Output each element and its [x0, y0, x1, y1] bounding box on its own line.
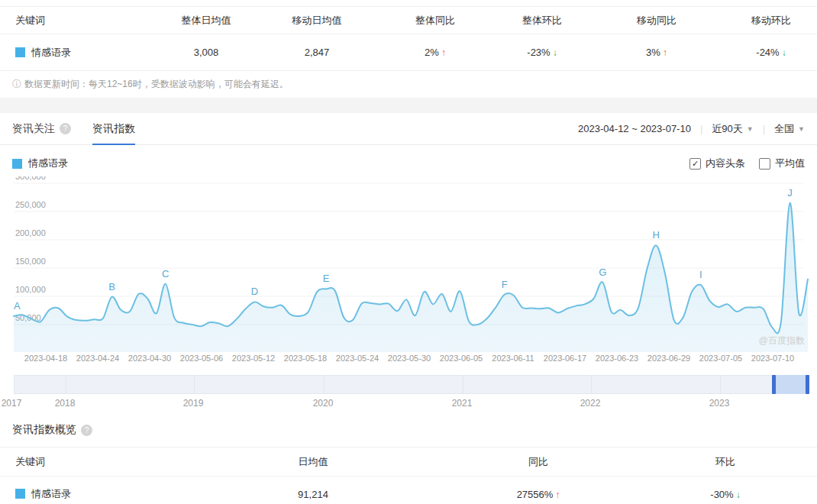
tab-label: 资讯关注 [12, 122, 55, 136]
slider-selection[interactable] [774, 375, 807, 394]
svg-text:H: H [653, 229, 660, 241]
keyword-color-swatch [15, 47, 25, 57]
x-axis-label: 2023-06-23 [596, 354, 638, 363]
info-icon: ⓘ [12, 79, 21, 89]
trend-value: 2% [425, 47, 439, 58]
svg-text:J: J [787, 187, 793, 199]
chevron-down-icon: ▼ [798, 125, 805, 133]
arrow-down-icon: ↓ [736, 489, 741, 500]
mobile-daily-avg-value: 2,847 [260, 34, 374, 71]
keyword-label: 情感语录 [31, 47, 71, 58]
legend-keyword: 情感语录 [12, 157, 68, 170]
x-axis-label: 2023-04-24 [76, 354, 119, 363]
col-overall-yoy: 整体同比 [374, 7, 496, 34]
tab-news-focus[interactable]: 资讯关注? [12, 113, 71, 144]
daily-avg-value: 91,214 [183, 477, 443, 504]
col-mobile-yoy: 移动同比 [588, 7, 725, 34]
overview-table: 关键词 日均值 同比 环比 情感语录 91,214 27556%↑ -30%↓ [0, 447, 817, 504]
mobile-mom-value: -24%↓ [725, 34, 817, 71]
x-axis-label: 2023-05-06 [180, 354, 223, 363]
slider-tick [66, 376, 66, 393]
col-yoy: 同比 [443, 447, 634, 477]
legend-checkboxes: ✓内容头条平均值 [689, 157, 805, 170]
svg-text:250,000: 250,000 [15, 200, 46, 209]
x-axis-label: 2023-05-30 [388, 354, 431, 363]
summary-header-row: 关键词 整体日均值 移动日均值 整体同比 整体环比 移动同比 移动环比 [0, 7, 817, 34]
col-overall-mom: 整体环比 [496, 7, 588, 34]
arrow-down-icon: ↓ [553, 47, 557, 58]
slider-tick [591, 376, 592, 393]
yoy-value: 27556%↑ [443, 477, 634, 504]
trend-chart: 50,000100,000150,000200,000250,000300,00… [0, 176, 817, 352]
year-label: 2023 [709, 398, 730, 409]
timeline-slider [0, 375, 817, 394]
keyword-color-swatch [12, 159, 22, 169]
arrow-down-icon: ↓ [782, 47, 786, 58]
col-keyword: 关键词 [0, 447, 183, 477]
svg-text:D: D [251, 286, 258, 297]
overall-yoy-value: 2%↑ [374, 34, 496, 71]
baidu-index-watermark: @百度指数 [759, 334, 805, 347]
mom-value: -30%↓ [634, 477, 817, 504]
trend-value: -24% [756, 47, 779, 58]
col-mobile-mom: 移动环比 [725, 7, 817, 34]
legend-checkbox[interactable]: 平均值 [759, 157, 805, 170]
svg-text:E: E [323, 273, 330, 284]
range-dropdown[interactable]: 近90天▼ [712, 122, 753, 136]
slider-tick [194, 376, 195, 393]
keyword-color-swatch [15, 489, 25, 499]
arrow-up-icon: ↑ [441, 47, 446, 58]
slider-track[interactable] [14, 375, 808, 394]
year-label: 2020 [313, 398, 334, 409]
tabs: 资讯关注?资讯指数 [12, 113, 157, 144]
col-keyword: 关键词 [0, 7, 153, 34]
svg-text:G: G [599, 267, 606, 278]
keyword-cell: 情感语录 [0, 34, 153, 71]
keyword-label: 情感语录 [31, 488, 71, 499]
year-label: 2021 [452, 398, 473, 409]
mobile-yoy-value: 3%↑ [588, 34, 725, 71]
col-mobile-daily-avg: 移动日均值 [260, 7, 374, 34]
help-icon[interactable]: ? [60, 123, 71, 134]
x-axis-label: 2023-07-10 [751, 354, 794, 363]
x-axis-label: 2023-06-11 [492, 354, 534, 363]
tab-news-index[interactable]: 资讯指数 [92, 113, 135, 144]
arrow-up-icon: ↑ [663, 47, 667, 58]
slider-handle-left[interactable] [772, 375, 776, 394]
trend-value: 3% [646, 47, 660, 58]
svg-text:A: A [14, 300, 21, 312]
svg-text:B: B [108, 281, 115, 292]
x-axis-label: 2023-04-30 [128, 354, 171, 363]
year-label: 2018 [55, 398, 76, 409]
x-axis-label: 2023-06-29 [647, 354, 690, 363]
divider: | [763, 123, 765, 134]
overall-mom-value: -23%↓ [496, 34, 588, 71]
year-label: 2019 [183, 398, 204, 409]
region-dropdown[interactable]: 全国▼ [774, 122, 805, 136]
area-chart-canvas: 50,000100,000150,000200,000250,000300,00… [0, 176, 817, 352]
overview-header: 资讯指数概览 ? [0, 412, 817, 437]
svg-text:100,000: 100,000 [15, 285, 46, 294]
overview-header-row: 关键词 日均值 同比 环比 [0, 447, 817, 477]
trend-value: 27556% [517, 489, 554, 500]
help-icon[interactable]: ? [81, 425, 92, 436]
legend-checkbox[interactable]: ✓内容头条 [689, 157, 745, 170]
x-axis-label: 2023-05-12 [232, 354, 275, 363]
divider: | [700, 123, 702, 134]
checkbox-unchecked-icon [759, 158, 770, 170]
tab-bar: 资讯关注?资讯指数 2023-04-12 ~ 2023-07-10 | 近90天… [0, 113, 817, 145]
trend-value: -23% [527, 47, 550, 58]
trend-value: -30% [710, 489, 733, 500]
summary-data-row: 情感语录 3,008 2,847 2%↑ -23%↓ 3%↑ -24%↓ [0, 34, 817, 71]
col-daily-avg: 日均值 [183, 447, 443, 477]
svg-text:F: F [502, 279, 508, 290]
slider-tick [463, 376, 463, 393]
x-axis-label: 2023-05-24 [336, 354, 379, 363]
slider-handle-right[interactable] [806, 375, 809, 394]
tab-label: 资讯指数 [92, 122, 135, 136]
date-range-label: 2023-04-12 ~ 2023-07-10 [578, 123, 691, 134]
update-note: ⓘ数据更新时间：每天12~16时，受数据波动影响，可能会有延迟。 [0, 71, 817, 91]
section-divider-band [0, 98, 817, 113]
keyword-cell: 情感语录 [0, 477, 183, 504]
x-axis-label: 2023-05-18 [284, 354, 327, 363]
